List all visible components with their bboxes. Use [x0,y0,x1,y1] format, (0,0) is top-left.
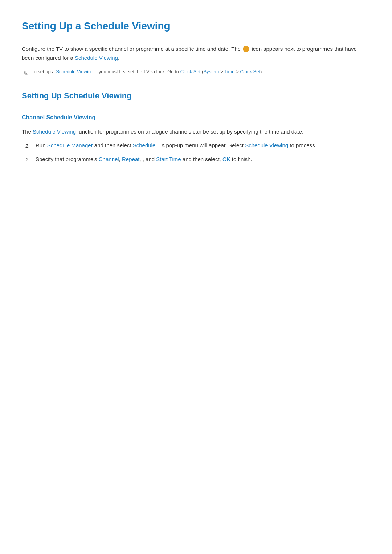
list2-ok-link[interactable]: OK [222,156,230,162]
list2-text-part3: to finish. [232,156,252,162]
subsection-title: Channel Schedule Viewing [22,113,370,122]
list1-text-part1: Run [36,142,46,148]
list-item-2: 2. Specify that programme's Channel, Rep… [25,155,370,164]
note-arrow2: > [235,69,240,74]
note-schedule-viewing-link[interactable]: Schedule Viewing [56,69,93,74]
pencil-icon: ✎ [23,69,28,78]
note-clock-set-link2[interactable]: Clock Set [240,69,260,74]
section-title: Setting Up Schedule Viewing [22,89,370,102]
body-schedule-viewing-link[interactable]: Schedule Viewing [33,128,76,135]
list-number-1: 1. [25,141,36,151]
list2-channel-link[interactable]: Channel [99,156,119,162]
list-content-1: Run Schedule Manager and then select Sch… [36,141,370,150]
list2-text-part1: Specify that programme's [36,156,97,162]
note-clock-set-link[interactable]: Clock Set [180,69,201,74]
note-system-link[interactable]: System [203,69,219,74]
note-text-part2: , you must first set the TV's clock. Go … [96,69,179,74]
body-text: The Schedule Viewing function for progra… [22,127,370,136]
intro-paragraph: Configure the TV to show a specific chan… [22,45,370,63]
body-text-part2: function for programmes on analogue chan… [77,128,303,135]
intro-period: . [118,55,119,61]
note-arrow1: > [219,69,225,74]
list2-and: , and [143,156,155,162]
svg-point-3 [246,49,246,49]
list-item-1: 1. Run Schedule Manager and then select … [25,141,370,151]
note-comma: , [93,69,95,74]
list1-text-part4: to process. [290,142,316,148]
intro-schedule-viewing-link[interactable]: Schedule Viewing [75,55,118,61]
list2-start-time-link[interactable]: Start Time [156,156,181,162]
list1-schedule-viewing-link[interactable]: Schedule Viewing [245,142,288,148]
list1-text-part3: . A pop-up menu will appear. Select [159,142,244,148]
list2-comma1: , [119,156,121,162]
note-text: To set up a Schedule Viewing, , you must… [32,68,263,76]
list-content-2: Specify that programme's Channel, Repeat… [36,155,370,164]
intro-text-before-icon: Configure the TV to show a specific chan… [22,46,241,52]
page-main-title: Setting Up a Schedule Viewing [22,18,370,34]
body-text-part1: The [22,128,31,135]
note-box: ✎ To set up a Schedule Viewing, , you mu… [22,68,370,78]
list2-comma2: , [139,156,141,162]
note-text-part1: To set up a [32,69,55,74]
list2-repeat-link[interactable]: Repeat [122,156,139,162]
list1-schedule-manager-link[interactable]: Schedule Manager [47,142,93,148]
list2-text-part2: and then select, [183,156,221,162]
list-number-2: 2. [25,155,36,164]
ordered-list: 1. Run Schedule Manager and then select … [22,141,370,164]
note-time-link[interactable]: Time [224,69,234,74]
list1-text-part2: and then select [94,142,131,148]
note-paren-close: ). [260,69,263,74]
list1-period: . [155,142,157,148]
list1-schedule-link[interactable]: Schedule [133,142,156,148]
clock-icon [243,46,249,52]
